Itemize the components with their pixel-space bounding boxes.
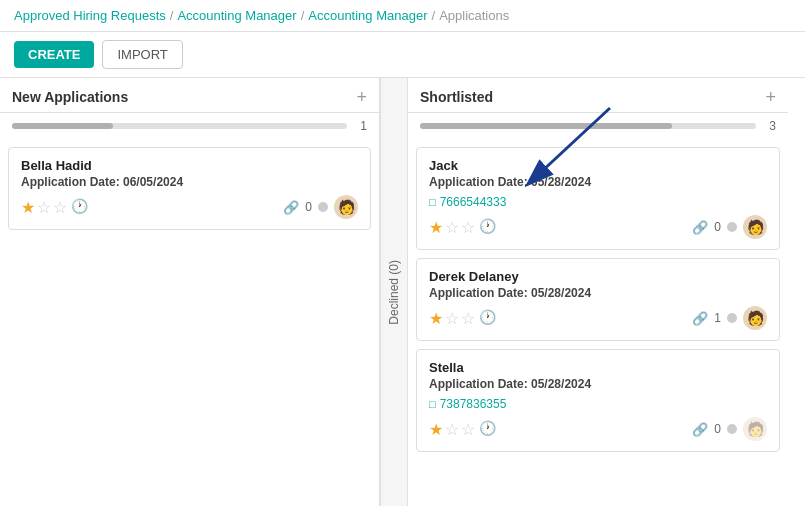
card-date-label-jack: Application Date: xyxy=(429,175,528,189)
star-2-derek: ☆ xyxy=(445,309,459,328)
col-add-shortlisted[interactable]: + xyxy=(765,88,776,106)
star-1-jack: ★ xyxy=(429,218,443,237)
col-title-new-applications: New Applications xyxy=(12,89,128,105)
card-footer-stella: ★ ☆ ☆ 🕐 🔗 0 🧑 xyxy=(429,417,767,441)
col-cards-new: Bella Hadid Application Date: 06/05/2024… xyxy=(0,139,379,506)
kanban-columns: New Applications + 1 Bella Hadid Applica… xyxy=(0,78,805,506)
card-date-derek: Application Date: 05/28/2024 xyxy=(429,286,767,300)
breadcrumb-item-2[interactable]: Accounting Manager xyxy=(177,8,296,23)
kanban-board: New Applications + 1 Bella Hadid Applica… xyxy=(0,78,805,506)
card-name-derek: Derek Delaney xyxy=(429,269,767,284)
card-stella[interactable]: Stella Application Date: 05/28/2024 □ 73… xyxy=(416,349,780,452)
create-button[interactable]: CREATE xyxy=(14,41,94,68)
card-date-value-stella: 05/28/2024 xyxy=(531,377,591,391)
col-header-shortlisted: Shortlisted + xyxy=(408,78,788,113)
paperclip-icon-derek: 🔗 xyxy=(692,311,708,326)
card-footer-derek: ★ ☆ ☆ 🕐 🔗 1 🧑 xyxy=(429,306,767,330)
stars-derek: ★ ☆ ☆ 🕐 xyxy=(429,309,496,328)
paperclip-icon-jack: 🔗 xyxy=(692,220,708,235)
dot-jack xyxy=(727,222,737,232)
progress-bar-fill-new xyxy=(12,123,113,129)
card-phone-stella: □ 7387836355 xyxy=(429,397,767,411)
card-footer-bella: ★ ☆ ☆ 🕐 🔗 0 🧑 xyxy=(21,195,358,219)
dot-bella xyxy=(318,202,328,212)
card-name-jack: Jack xyxy=(429,158,767,173)
card-date-label-derek: Application Date: xyxy=(429,286,528,300)
card-date-label-bella: Application Date: xyxy=(21,175,120,189)
attachment-count-bella: 0 xyxy=(305,200,312,214)
star-1-derek: ★ xyxy=(429,309,443,328)
declined-bar[interactable]: Declined (0) xyxy=(380,78,408,506)
stars-jack: ★ ☆ ☆ 🕐 xyxy=(429,218,496,237)
clock-derek: 🕐 xyxy=(479,309,496,328)
dot-derek xyxy=(727,313,737,323)
card-derek-delaney[interactable]: Derek Delaney Application Date: 05/28/20… xyxy=(416,258,780,341)
star-3-jack: ☆ xyxy=(461,218,475,237)
breadcrumb-item-1[interactable]: Approved Hiring Requests xyxy=(14,8,166,23)
star-3-stella: ☆ xyxy=(461,420,475,439)
breadcrumb-sep-3: / xyxy=(432,8,436,23)
avatar-stella: 🧑 xyxy=(743,417,767,441)
card-actions-derek: 🔗 1 🧑 xyxy=(692,306,767,330)
star-2-jack: ☆ xyxy=(445,218,459,237)
attachment-count-jack: 0 xyxy=(714,220,721,234)
avatar-jack: 🧑 xyxy=(743,215,767,239)
card-jack[interactable]: Jack Application Date: 05/28/2024 □ 7666… xyxy=(416,147,780,250)
col-progress-new-applications: 1 xyxy=(0,113,379,139)
stars-stella: ★ ☆ ☆ 🕐 xyxy=(429,420,496,439)
col-title-shortlisted: Shortlisted xyxy=(420,89,493,105)
star-3-derek: ☆ xyxy=(461,309,475,328)
progress-bar-wrap-shortlisted xyxy=(420,123,756,129)
avatar-bella: 🧑 xyxy=(334,195,358,219)
card-name-stella: Stella xyxy=(429,360,767,375)
card-date-jack: Application Date: 05/28/2024 xyxy=(429,175,767,189)
card-actions-bella: 🔗 0 🧑 xyxy=(283,195,358,219)
progress-bar-fill-shortlisted xyxy=(420,123,672,129)
card-name-bella: Bella Hadid xyxy=(21,158,358,173)
col-count-shortlisted: 3 xyxy=(764,119,776,133)
card-date-label-stella: Application Date: xyxy=(429,377,528,391)
phone-number-jack: 7666544333 xyxy=(440,195,507,209)
clock-stella: 🕐 xyxy=(479,420,496,439)
col-header-new-applications: New Applications + xyxy=(0,78,379,113)
avatar-derek: 🧑 xyxy=(743,306,767,330)
star-2-bella: ☆ xyxy=(37,198,51,217)
attachment-count-stella: 0 xyxy=(714,422,721,436)
col-shortlisted: Shortlisted + 3 Jack Application Date: 0… xyxy=(408,78,788,506)
breadcrumb-item-4: Applications xyxy=(439,8,509,23)
col-add-new-applications[interactable]: + xyxy=(356,88,367,106)
card-actions-stella: 🔗 0 🧑 xyxy=(692,417,767,441)
paperclip-icon-stella: 🔗 xyxy=(692,422,708,437)
col-progress-shortlisted: 3 xyxy=(408,113,788,139)
col-cards-shortlisted: Jack Application Date: 05/28/2024 □ 7666… xyxy=(408,139,788,506)
card-bella-hadid[interactable]: Bella Hadid Application Date: 06/05/2024… xyxy=(8,147,371,230)
card-phone-jack: □ 7666544333 xyxy=(429,195,767,209)
card-actions-jack: 🔗 0 🧑 xyxy=(692,215,767,239)
phone-number-stella: 7387836355 xyxy=(440,397,507,411)
card-date-bella: Application Date: 06/05/2024 xyxy=(21,175,358,189)
clock-bella: 🕐 xyxy=(71,198,88,217)
paperclip-icon-bella: 🔗 xyxy=(283,200,299,215)
clock-jack: 🕐 xyxy=(479,218,496,237)
star-2-stella: ☆ xyxy=(445,420,459,439)
declined-label: Declined (0) xyxy=(387,260,401,325)
phone-icon-jack: □ xyxy=(429,196,436,208)
card-date-stella: Application Date: 05/28/2024 xyxy=(429,377,767,391)
col-new-applications: New Applications + 1 Bella Hadid Applica… xyxy=(0,78,380,506)
attachment-count-derek: 1 xyxy=(714,311,721,325)
star-1-stella: ★ xyxy=(429,420,443,439)
breadcrumb-sep-2: / xyxy=(301,8,305,23)
stars-bella: ★ ☆ ☆ 🕐 xyxy=(21,198,88,217)
dot-stella xyxy=(727,424,737,434)
import-button[interactable]: IMPORT xyxy=(102,40,182,69)
phone-icon-stella: □ xyxy=(429,398,436,410)
toolbar: CREATE IMPORT xyxy=(0,32,805,78)
card-date-value-jack: 05/28/2024 xyxy=(531,175,591,189)
card-date-value-bella: 06/05/2024 xyxy=(123,175,183,189)
breadcrumb-item-3[interactable]: Accounting Manager xyxy=(308,8,427,23)
star-3-bella: ☆ xyxy=(53,198,67,217)
star-1-bella: ★ xyxy=(21,198,35,217)
breadcrumb-sep-1: / xyxy=(170,8,174,23)
card-date-value-derek: 05/28/2024 xyxy=(531,286,591,300)
card-footer-jack: ★ ☆ ☆ 🕐 🔗 0 🧑 xyxy=(429,215,767,239)
